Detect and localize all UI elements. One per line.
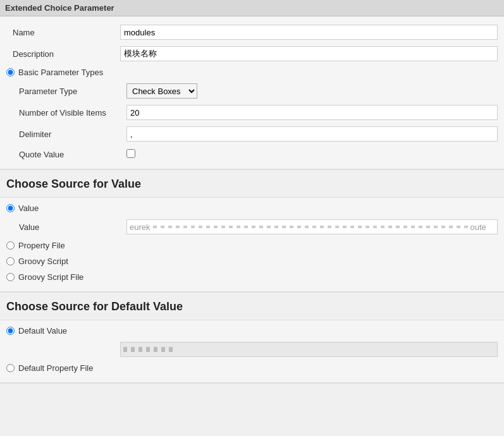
delimiter-value-container	[126, 126, 498, 142]
visible-items-value-container	[126, 105, 498, 120]
description-row: Description	[0, 43, 504, 64]
groovy-script-file-radio[interactable]	[6, 273, 15, 281]
section-title: Extended Choice Parameter	[5, 3, 114, 13]
choose-source-default-title: Choose Source for Default Value	[6, 300, 183, 313]
basic-param-types-label: Basic Parameter Types	[18, 68, 103, 77]
groovy-script-label: Groovy Script	[18, 257, 68, 266]
parameter-type-select-container: Check Boxes Radio Buttons Multi Select S…	[126, 83, 498, 99]
parameter-type-row: Parameter Type Check Boxes Radio Buttons…	[0, 80, 504, 102]
default-value-label: Default Value	[18, 326, 67, 336]
value-text-end: oute	[470, 222, 486, 232]
basic-param-types-row: Basic Parameter Types	[0, 64, 504, 80]
default-property-file-radio[interactable]	[6, 364, 15, 372]
choose-source-value-section: Value Value eurek oute Property File Gro…	[0, 198, 504, 293]
default-value-radio[interactable]	[6, 327, 15, 335]
name-input[interactable]	[120, 25, 498, 40]
value-display: eurek oute	[126, 219, 498, 234]
default-value-radio-row: Default Value	[0, 323, 504, 339]
visible-items-row: Number of Visible Items	[0, 102, 504, 123]
quote-value-label: Quote Value	[19, 150, 126, 159]
value-input-row: Value eurek oute	[0, 216, 504, 238]
default-value-display-container	[120, 342, 498, 357]
name-label: Name	[13, 28, 120, 37]
delimiter-row: Delimiter	[0, 123, 504, 145]
default-value-input-row	[0, 339, 504, 360]
value-text-start: eurek	[127, 222, 151, 232]
value-radio-row: Value	[0, 200, 504, 216]
description-input[interactable]	[120, 46, 498, 61]
default-property-file-label: Default Property File	[18, 363, 94, 373]
section-header: Extended Choice Parameter	[0, 0, 504, 16]
property-file-row: Property File	[0, 238, 504, 253]
description-label: Description	[13, 49, 120, 59]
groovy-script-radio[interactable]	[6, 257, 15, 265]
delimiter-label: Delimiter	[19, 130, 126, 139]
choose-source-default-section: Default Value Default Property File	[0, 320, 504, 384]
default-value-dotted	[123, 347, 174, 352]
groovy-script-row: Groovy Script	[0, 253, 504, 269]
property-file-label: Property File	[18, 241, 65, 250]
quote-value-checkbox[interactable]	[126, 149, 135, 158]
property-file-radio[interactable]	[6, 241, 15, 250]
description-value-container	[120, 46, 498, 61]
value-dotted-line	[153, 226, 469, 228]
value-radio[interactable]	[6, 204, 15, 212]
name-row: Name	[0, 21, 504, 43]
groovy-script-file-row: Groovy Script File	[0, 269, 504, 285]
parameter-type-label: Parameter Type	[19, 87, 126, 96]
value-label: Value	[19, 222, 126, 232]
default-value-display	[120, 342, 498, 357]
visible-items-label: Number of Visible Items	[19, 108, 126, 118]
delimiter-input[interactable]	[126, 126, 498, 142]
quote-value-row: Quote Value	[0, 145, 504, 164]
quote-value-checkbox-container	[126, 149, 498, 160]
value-radio-label: Value	[18, 203, 39, 213]
groovy-script-file-label: Groovy Script File	[18, 272, 83, 282]
choose-source-value-title: Choose Source for Value	[6, 178, 141, 190]
parameter-type-select[interactable]: Check Boxes Radio Buttons Multi Select S…	[126, 83, 197, 99]
name-value-container	[120, 25, 498, 40]
default-property-file-row: Default Property File	[0, 360, 504, 376]
choose-source-value-header: Choose Source for Value	[0, 170, 504, 198]
visible-items-input[interactable]	[126, 105, 498, 120]
choose-source-default-header: Choose Source for Default Value	[0, 293, 504, 320]
basic-param-types-radio[interactable]	[6, 68, 15, 76]
